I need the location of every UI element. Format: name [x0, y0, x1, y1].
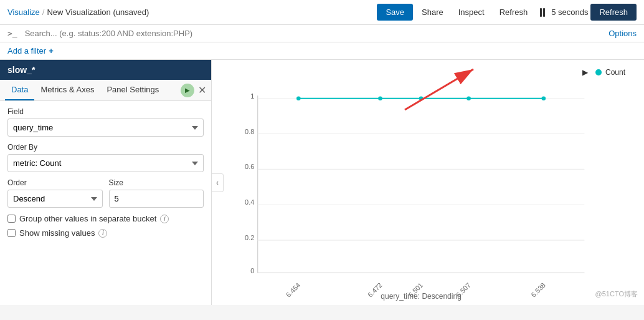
- chart-legend: ▶ Count: [212, 66, 638, 81]
- group-bucket-help-icon[interactable]: i: [160, 215, 169, 223]
- show-missing-help-icon[interactable]: i: [98, 229, 107, 238]
- breadcrumb: Visualize / New Visualization (unsaved): [7, 7, 372, 17]
- field-select[interactable]: query_time: [7, 119, 204, 137]
- add-filter-label: Add a filter: [7, 46, 46, 56]
- show-missing-label: Show missing values: [19, 228, 95, 238]
- svg-text:0: 0: [250, 267, 254, 274]
- tab-metrics-axes[interactable]: Metrics & Axes: [34, 80, 100, 100]
- seconds-label: 5 seconds: [551, 7, 588, 17]
- refresh-label-button[interactable]: Refresh: [493, 5, 534, 19]
- group-bucket-checkbox[interactable]: [7, 215, 16, 223]
- breadcrumb-visualize[interactable]: Visualize: [7, 7, 40, 17]
- tab-panel-settings[interactable]: Panel Settings: [100, 80, 165, 100]
- chart-svg: Count 1 0.8 0.6 0.4 0.2 0: [230, 81, 625, 301]
- refresh-button[interactable]: Refresh: [590, 4, 637, 21]
- inspect-button[interactable]: Inspect: [452, 5, 491, 19]
- nav-buttons: Save Share Inspect Refresh 5 seconds Ref…: [377, 4, 637, 21]
- pause-bar-2: [543, 8, 545, 17]
- save-button[interactable]: Save: [377, 4, 413, 21]
- svg-text:0.6: 0.6: [245, 163, 254, 170]
- share-button[interactable]: Share: [415, 5, 450, 19]
- group-bucket-row: Group other values in separate bucket i: [7, 214, 204, 223]
- svg-point-17: [378, 96, 382, 100]
- pause-bar-1: [540, 8, 542, 17]
- group-bucket-label: Group other values in separate bucket: [19, 214, 156, 223]
- pause-button[interactable]: [536, 6, 549, 19]
- svg-point-16: [296, 96, 301, 100]
- order-by-select[interactable]: metric: Count: [7, 154, 204, 172]
- search-prompt: >_: [7, 29, 17, 38]
- show-missing-checkbox[interactable]: [7, 229, 16, 237]
- watermark: @51CTO博客: [595, 289, 638, 299]
- show-missing-row: Show missing values i: [7, 228, 204, 238]
- svg-text:6.454: 6.454: [285, 281, 302, 299]
- top-nav: Visualize / New Visualization (unsaved) …: [0, 0, 644, 25]
- svg-point-20: [542, 96, 546, 100]
- breadcrumb-separator: /: [42, 7, 45, 17]
- tab-data[interactable]: Data: [5, 80, 34, 100]
- legend-label: Count: [605, 68, 625, 77]
- order-by-label: Order By: [7, 143, 204, 152]
- legend-dot: [595, 69, 602, 75]
- size-label: Size: [109, 178, 204, 187]
- order-label: Order: [7, 178, 103, 187]
- panel-tab-icons: ▶ ✕: [181, 84, 206, 97]
- svg-point-19: [466, 96, 471, 100]
- right-panel: ▶ Count Count 1 0.8 0.6: [212, 60, 644, 305]
- collapse-arrow[interactable]: ‹: [211, 173, 224, 192]
- main-layout: slow_* Data Metrics & Axes Panel Setting…: [0, 60, 644, 305]
- breadcrumb-current: New Visualization (unsaved): [47, 7, 149, 17]
- order-col: Order Descend: [7, 178, 103, 208]
- chart-container: Count 1 0.8 0.6 0.4 0.2 0: [212, 81, 638, 305]
- filter-bar: Add a filter +: [0, 42, 644, 60]
- legend-play-icon[interactable]: ▶: [579, 66, 592, 79]
- svg-text:0.2: 0.2: [245, 234, 254, 241]
- order-size-row: Order Descend Size: [7, 178, 204, 208]
- panel-content: Field query_time Order By metric: Count …: [0, 101, 211, 305]
- options-link[interactable]: Options: [608, 29, 637, 38]
- svg-text:0.8: 0.8: [245, 128, 254, 135]
- svg-text:query_time: Descending: query_time: Descending: [381, 292, 462, 301]
- svg-text:6.538: 6.538: [529, 281, 547, 299]
- svg-text:0.4: 0.4: [245, 198, 254, 206]
- search-bar: >_ Options: [0, 25, 644, 42]
- panel-tabs: Data Metrics & Axes Panel Settings ▶ ✕: [0, 80, 211, 101]
- left-panel: slow_* Data Metrics & Axes Panel Setting…: [0, 60, 212, 305]
- add-filter-button[interactable]: Add a filter +: [7, 46, 637, 56]
- run-button[interactable]: ▶: [181, 84, 194, 97]
- svg-text:1: 1: [250, 92, 254, 100]
- search-input[interactable]: [25, 29, 604, 38]
- plus-icon: +: [49, 46, 54, 56]
- svg-point-18: [419, 96, 424, 100]
- order-select[interactable]: Descend: [7, 190, 103, 208]
- size-input[interactable]: [109, 190, 204, 208]
- panel-header: slow_*: [0, 60, 211, 80]
- size-col: Size: [109, 178, 204, 208]
- close-button[interactable]: ✕: [198, 85, 206, 95]
- field-label: Field: [7, 107, 204, 116]
